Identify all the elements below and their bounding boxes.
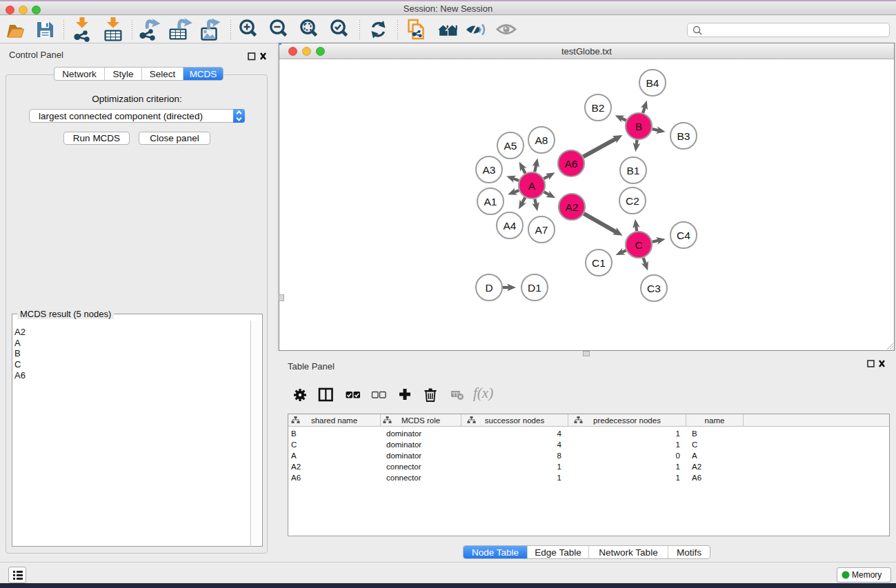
svg-text:A7: A7	[535, 224, 548, 236]
svg-text:C4: C4	[677, 230, 690, 241]
svg-text:B: B	[635, 121, 642, 132]
svg-text:C3: C3	[647, 283, 661, 294]
svg-text:C1: C1	[592, 257, 606, 269]
svg-text:B1: B1	[627, 165, 640, 176]
svg-text:C: C	[635, 239, 642, 251]
svg-text:B2: B2	[592, 102, 605, 114]
svg-text:A6: A6	[565, 158, 578, 170]
svg-text:C2: C2	[626, 195, 639, 207]
svg-text:A8: A8	[535, 134, 548, 146]
svg-text:A4: A4	[504, 220, 517, 232]
svg-text:A5: A5	[504, 140, 517, 152]
svg-text:D1: D1	[528, 282, 541, 294]
svg-text:A2: A2	[566, 201, 579, 213]
svg-text:A1: A1	[484, 196, 497, 207]
svg-text:A: A	[528, 180, 536, 192]
svg-text:A3: A3	[483, 164, 496, 176]
svg-text:D: D	[485, 282, 492, 294]
svg-text:B3: B3	[677, 130, 690, 142]
svg-text:B4: B4	[646, 77, 659, 89]
